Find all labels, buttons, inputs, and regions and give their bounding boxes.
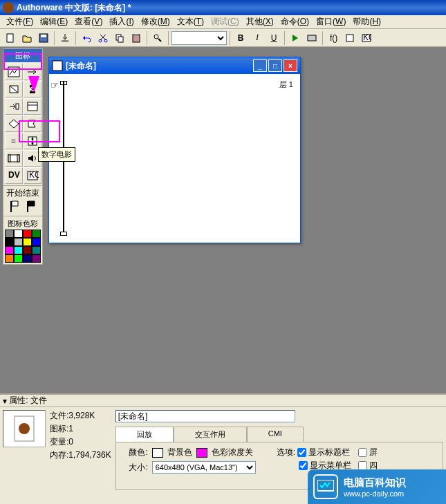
color-swatch[interactable] <box>14 254 23 263</box>
find-button[interactable] <box>150 30 165 46</box>
style-combo[interactable] <box>171 31 227 45</box>
menu-other[interactable]: 其他(X) <box>243 15 277 29</box>
menu-window[interactable]: 窗口(W) <box>313 15 349 29</box>
color-swatch[interactable] <box>5 254 14 263</box>
menu-view[interactable]: 查看(V) <box>71 15 106 29</box>
color-label: 颜色: <box>120 447 148 458</box>
properties-header: ▾ 属性: 文件 <box>0 395 446 407</box>
color-swatch[interactable] <box>5 230 14 238</box>
bold-button[interactable]: B <box>233 30 248 46</box>
svg-text:KO: KO <box>363 33 371 42</box>
svg-text:f(): f() <box>330 33 337 43</box>
svg-rect-41 <box>317 480 334 491</box>
close-button[interactable]: × <box>284 59 297 72</box>
save-button[interactable] <box>36 30 51 46</box>
open-button[interactable] <box>19 30 35 46</box>
separator <box>322 31 323 45</box>
color-swatch[interactable] <box>32 246 41 254</box>
watermark: 电脑百科知识 www.pc-daily.com <box>308 469 446 504</box>
copy-button[interactable] <box>112 30 127 46</box>
dvd-icon[interactable]: DVD <box>5 167 23 184</box>
app-icon <box>3 2 14 13</box>
import-button[interactable] <box>57 30 73 46</box>
run-button[interactable] <box>288 30 303 46</box>
title-text: Authorware 中文版: [未命名] * <box>17 2 131 14</box>
panel-toggle-icon[interactable]: ▾ <box>3 396 7 406</box>
end-flag[interactable] <box>26 200 36 213</box>
svg-point-28 <box>32 138 34 140</box>
menu-command[interactable]: 命令(O) <box>277 15 313 29</box>
color-swatch[interactable] <box>23 246 32 254</box>
ko-button[interactable]: KO <box>359 30 374 46</box>
menu-insert[interactable]: 插入(I) <box>106 15 137 29</box>
size-select[interactable]: 640x480 (VGA, Mac13") <box>152 461 256 474</box>
maximize-button[interactable]: □ <box>268 59 282 72</box>
svg-rect-14 <box>346 35 353 41</box>
start-flag[interactable] <box>10 200 19 213</box>
chroma-color-picker[interactable] <box>196 448 207 458</box>
tab-playback[interactable]: 回放 <box>115 427 174 442</box>
color-swatch[interactable] <box>23 230 32 238</box>
hand-pointer-icon: ☞ <box>50 80 59 91</box>
color-swatch[interactable] <box>23 238 32 246</box>
functions-button[interactable]: f() <box>326 30 341 46</box>
show-menubar-checkbox[interactable] <box>299 461 308 470</box>
option-checkbox-1[interactable] <box>358 448 367 457</box>
flow-end-marker <box>60 232 67 236</box>
erase-icon[interactable] <box>5 81 23 97</box>
minimize-button[interactable]: _ <box>253 59 267 72</box>
menu-help[interactable]: 帮助(H) <box>349 15 384 29</box>
palette-title: 图标 <box>3 49 42 62</box>
knowledge-icon[interactable]: KO <box>24 167 41 184</box>
decision-icon[interactable] <box>5 115 23 132</box>
svg-rect-32 <box>17 155 19 162</box>
display-icon[interactable] <box>5 64 23 80</box>
start-end-labels: 开始 结束 <box>5 187 41 199</box>
color-swatch[interactable] <box>5 246 14 254</box>
show-titlebar-checkbox[interactable] <box>297 448 306 457</box>
underline-button[interactable]: U <box>266 30 281 46</box>
color-swatch[interactable] <box>23 254 32 263</box>
svg-rect-38 <box>53 61 62 71</box>
italic-button[interactable]: I <box>250 30 265 46</box>
interaction-icon[interactable] <box>24 115 41 132</box>
color-swatch[interactable] <box>14 246 23 254</box>
undo-button[interactable] <box>79 30 94 46</box>
flowline-area[interactable]: ☞ 层 1 <box>49 74 300 243</box>
tooltip: 数字电影 <box>38 147 75 162</box>
paste-button[interactable] <box>129 30 144 46</box>
design-title-bar[interactable]: [未命名] _ □ × <box>49 57 300 74</box>
menu-file[interactable]: 文件(F) <box>3 15 37 29</box>
svg-rect-0 <box>7 34 13 42</box>
window-icon <box>52 60 63 71</box>
tab-interaction[interactable]: 交互作用 <box>174 427 247 442</box>
color-swatch[interactable] <box>14 238 23 246</box>
menu-edit[interactable]: 编辑(E) <box>37 15 71 29</box>
navigate-icon[interactable] <box>5 98 23 115</box>
svg-text:=: = <box>11 136 16 146</box>
color-swatch[interactable] <box>32 254 41 263</box>
new-button[interactable] <box>3 30 18 46</box>
digital-movie-icon[interactable] <box>5 150 23 167</box>
size-label: 大小: <box>120 462 148 474</box>
svg-rect-12 <box>308 35 316 41</box>
cut-button[interactable] <box>95 30 111 46</box>
separator <box>147 31 147 45</box>
menu-text[interactable]: 文本(T) <box>174 15 207 29</box>
color-swatch[interactable] <box>14 230 23 238</box>
file-thumbnail <box>3 410 46 447</box>
tab-cmi[interactable]: CMI <box>247 427 304 442</box>
file-name-input[interactable] <box>115 410 295 422</box>
bg-color-picker[interactable] <box>152 448 163 458</box>
menu-bar: 文件(F) 编辑(E) 查看(V) 插入(I) 修改(M) 文本(T) 调试(C… <box>0 15 446 29</box>
color-swatch[interactable] <box>32 238 41 246</box>
title-bar: Authorware 中文版: [未命名] * <box>0 0 446 15</box>
variables-button[interactable] <box>342 30 357 46</box>
calc-icon[interactable]: = <box>5 133 23 149</box>
menu-modify[interactable]: 修改(M) <box>138 15 174 29</box>
control-panel-button[interactable] <box>304 30 319 46</box>
color-swatch[interactable] <box>32 230 41 238</box>
color-swatch[interactable] <box>5 238 14 246</box>
svg-line-11 <box>158 39 161 41</box>
framework-icon[interactable] <box>24 98 41 115</box>
